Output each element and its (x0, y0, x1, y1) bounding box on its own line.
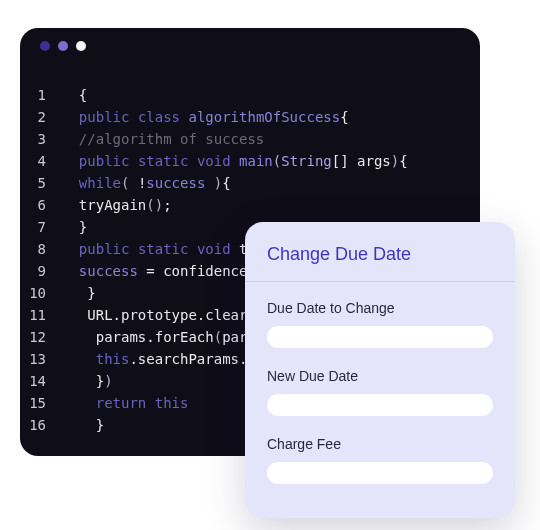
code-line: 6 tryAgain(); (20, 194, 480, 216)
line-number: 4 (20, 150, 62, 172)
code-content: public class algorithmOfSuccess{ (62, 106, 349, 128)
window-control-dot[interactable] (40, 41, 50, 51)
line-number: 2 (20, 106, 62, 128)
line-number: 7 (20, 216, 62, 238)
line-number: 13 (20, 348, 62, 370)
line-number: 5 (20, 172, 62, 194)
code-line: 5 while( !success ){ (20, 172, 480, 194)
line-number: 12 (20, 326, 62, 348)
window-titlebar (20, 28, 480, 64)
code-line: 1 { (20, 84, 480, 106)
window-control-dot[interactable] (76, 41, 86, 51)
code-line: 2 public class algorithmOfSuccess{ (20, 106, 480, 128)
code-content: this.searchParams.de (62, 348, 264, 370)
code-content: public static void main(String[] args){ (62, 150, 408, 172)
code-content: params.forEach(param (62, 326, 264, 348)
line-number: 14 (20, 370, 62, 392)
text-input[interactable] (267, 326, 493, 348)
code-content: //algorithm of success (62, 128, 264, 150)
line-number: 15 (20, 392, 62, 414)
change-due-date-card: Change Due Date Due Date to ChangeNew Du… (245, 222, 515, 518)
line-number: 16 (20, 414, 62, 436)
line-number: 8 (20, 238, 62, 260)
code-content: tryAgain(); (62, 194, 172, 216)
window-control-dot[interactable] (58, 41, 68, 51)
code-content: }) (62, 370, 113, 392)
code-content: success = confidence (62, 260, 256, 282)
code-line: 4 public static void main(String[] args)… (20, 150, 480, 172)
line-number: 3 (20, 128, 62, 150)
code-content: } (62, 414, 104, 436)
form-title: Change Due Date (267, 244, 493, 281)
text-input[interactable] (267, 394, 493, 416)
field-label: New Due Date (267, 368, 493, 384)
code-content: return this (62, 392, 188, 414)
line-number: 6 (20, 194, 62, 216)
field-label: Due Date to Change (267, 300, 493, 316)
code-content: { (62, 84, 87, 106)
code-line: 3 //algorithm of success (20, 128, 480, 150)
line-number: 1 (20, 84, 62, 106)
code-content: } (62, 216, 87, 238)
text-input[interactable] (267, 462, 493, 484)
line-number: 10 (20, 282, 62, 304)
divider (245, 281, 515, 282)
code-content: while( !success ){ (62, 172, 231, 194)
code-content: URL.prototype.clear (62, 304, 256, 326)
code-content: } (62, 282, 96, 304)
field-label: Charge Fee (267, 436, 493, 452)
code-content: public static void tr (62, 238, 256, 260)
line-number: 11 (20, 304, 62, 326)
line-number: 9 (20, 260, 62, 282)
